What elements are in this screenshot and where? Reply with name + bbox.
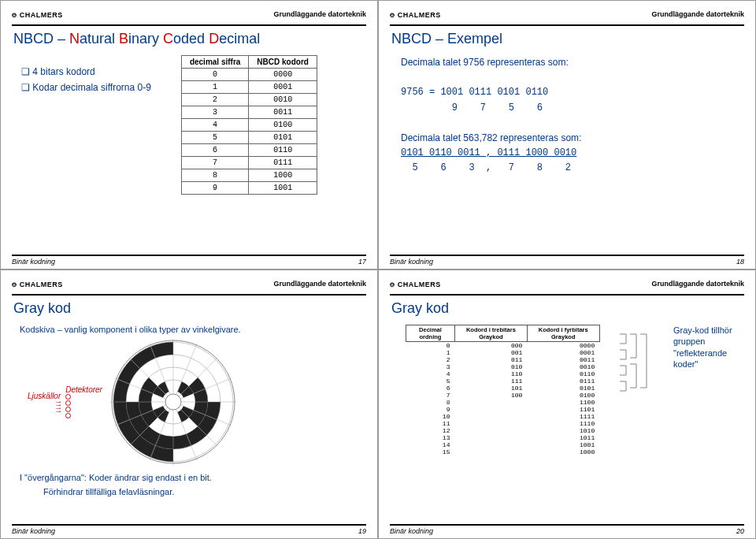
example-body: Decimala talet 9756 representeras som: 9… — [390, 55, 744, 177]
th-decimal: Decimal ordning — [406, 325, 455, 342]
cell-code: 0100 — [249, 119, 317, 132]
reflection-bracket-icon — [616, 325, 658, 467]
cell-dec: 7 — [181, 157, 248, 169]
table-row: 91001 — [181, 182, 317, 195]
light-source-group: Ljuskällor →→→→ — [28, 392, 61, 413]
cell-code: 1001 — [249, 182, 317, 195]
header-rule — [12, 24, 366, 26]
slide-nbcd-example: CHALMERS Grundläggande datorteknik NBCD … — [378, 0, 756, 270]
example-digits: 9 7 5 6 — [401, 101, 744, 116]
slide-nbcd-table: CHALMERS Grundläggande datorteknik NBCD … — [0, 0, 378, 270]
slide-title: NBCD – Exempel — [391, 31, 744, 47]
table-row: 10010001 — [406, 349, 600, 356]
cell-dec: 0 — [181, 69, 248, 81]
cell-g4: 0110 — [527, 370, 599, 377]
table-row: 111110 — [406, 420, 600, 427]
cell-g3 — [454, 434, 527, 441]
table-row: 20110011 — [406, 356, 600, 363]
cell-dec: 11 — [406, 420, 455, 427]
header-rule — [12, 294, 366, 296]
cell-g4: 1010 — [527, 427, 599, 434]
cell-g3: 100 — [454, 392, 527, 399]
cell-g4: 0100 — [527, 392, 599, 399]
cell-g4: 1101 — [527, 406, 599, 413]
cell-dec: 10 — [406, 413, 455, 420]
cell-dec: 7 — [406, 392, 455, 399]
subject-label: Grundläggande datorteknik — [273, 10, 366, 18]
cell-dec: 2 — [406, 356, 455, 363]
slide-title: Gray kod — [13, 300, 366, 317]
cell-g3 — [454, 441, 527, 448]
cell-g4: 1001 — [527, 441, 599, 448]
gray-code-disk-icon — [110, 339, 236, 465]
th-kodord: NBCD kodord — [249, 56, 317, 69]
cell-code: 0111 — [249, 157, 317, 169]
table-row: 101111 — [406, 413, 600, 420]
cell-g3: 011 — [454, 356, 527, 363]
table-row: 00000000 — [406, 342, 600, 350]
cell-g4: 1110 — [527, 420, 599, 427]
table-row: 51110111 — [406, 377, 600, 385]
cell-g3: 101 — [454, 385, 527, 392]
page-number: 17 — [358, 258, 366, 266]
cell-g3 — [454, 420, 527, 427]
list-item: Kodar decimala siffrorna 0-9 — [21, 82, 151, 93]
cell-dec: 4 — [181, 119, 248, 132]
cell-code: 0101 — [249, 132, 317, 144]
cell-dec: 13 — [406, 434, 455, 441]
cell-dec: 1 — [406, 349, 455, 356]
example-line: Decimala talet 563,782 representeras som… — [401, 131, 744, 146]
cell-g4: 0000 — [527, 342, 599, 350]
slide-footer: Binär kodning 20 — [390, 524, 744, 535]
cell-g4: 1111 — [527, 413, 599, 420]
example-line: Decimala talet 9756 representeras som: — [401, 55, 744, 70]
footer-label: Binär kodning — [390, 258, 433, 266]
cell-dec: 8 — [406, 399, 455, 406]
cell-code: 0001 — [249, 81, 317, 94]
cell-dec: 15 — [406, 448, 455, 455]
table-row: 10001 — [181, 81, 317, 94]
table-row: 20010 — [181, 94, 317, 106]
disk-caption: Kodskiva – vanlig komponent i olika type… — [20, 325, 366, 334]
cell-g3: 010 — [454, 363, 527, 370]
table-row: 00000 — [181, 69, 317, 81]
cell-g4: 0010 — [527, 363, 599, 370]
list-item: 4 bitars kodord — [21, 66, 151, 77]
logo: CHALMERS — [390, 280, 441, 288]
cell-g4: 1000 — [527, 448, 599, 455]
cell-code: 1000 — [249, 169, 317, 182]
table-row: 70111 — [181, 157, 317, 169]
cell-dec: 1 — [181, 81, 248, 94]
slide-gray-table: CHALMERS Grundläggande datorteknik Gray … — [378, 270, 756, 539]
slide-footer: Binär kodning 19 — [12, 524, 366, 535]
cell-dec: 6 — [181, 144, 248, 157]
detector-label: Detektorer — [65, 385, 102, 394]
cell-dec: 8 — [181, 169, 248, 182]
table-row: 131011 — [406, 434, 600, 441]
arrow-icon: →→→→ — [54, 400, 61, 413]
example-digits: 5 6 3 , 7 8 2 — [401, 161, 744, 176]
subject-label: Grundläggande datorteknik — [651, 10, 744, 18]
disk-note: Förhindrar tillfälliga felavläsningar. — [43, 487, 366, 496]
table-row: 30100010 — [406, 363, 600, 370]
cell-g4: 0101 — [527, 385, 599, 392]
cell-g4: 0001 — [527, 349, 599, 356]
cell-code: 0110 — [249, 144, 317, 157]
cell-dec: 14 — [406, 441, 455, 448]
cell-g3: 110 — [454, 370, 527, 377]
cell-g3 — [454, 413, 527, 420]
table-row: 121010 — [406, 427, 600, 434]
cell-dec: 9 — [406, 406, 455, 413]
slide-footer: Binär kodning 18 — [390, 255, 744, 266]
detector-icons — [65, 394, 102, 418]
cell-g4: 1100 — [527, 399, 599, 406]
table-row: 141001 — [406, 441, 600, 448]
page-number: 18 — [736, 258, 744, 266]
page-number: 19 — [358, 527, 366, 535]
cell-code: 0000 — [249, 69, 317, 81]
cell-g3: 000 — [454, 342, 527, 350]
cell-code: 0010 — [249, 94, 317, 106]
gray-code-table: Decimal ordning Kodord i trebitars Grayk… — [406, 325, 600, 455]
subject-label: Grundläggande datorteknik — [651, 280, 744, 288]
slide-title: Gray kod — [391, 300, 744, 317]
